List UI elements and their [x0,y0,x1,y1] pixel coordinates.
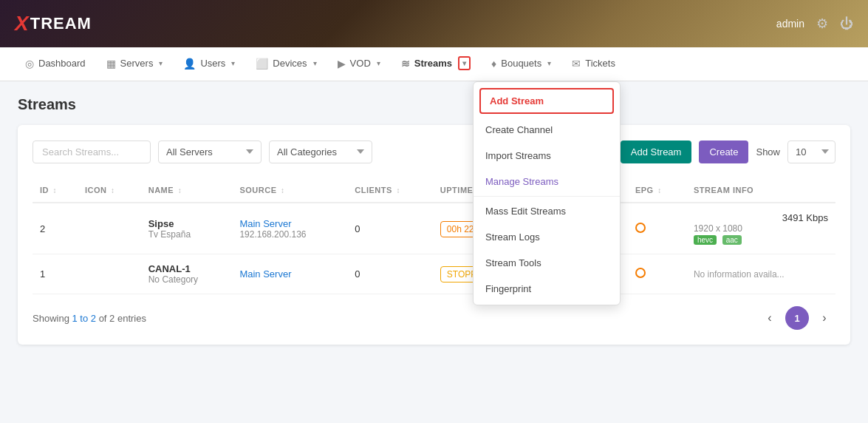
sidebar-item-devices[interactable]: ⬜ Devices ▾ [245,47,327,81]
power-icon[interactable]: ⏻ [840,16,853,32]
stream-kbps: 3491 Kbps [694,212,828,223]
col-clients[interactable]: CLIENTS ↕ [347,178,433,203]
showing-range: 1 to 2 [72,313,96,324]
dropdown-item-add-stream[interactable]: Add Stream [479,88,614,114]
table-row: 2 Sipse Tv España Main Server 192.168.20… [33,203,835,254]
nav-label-bouquets: Bouquets [501,58,541,69]
toolbar: All Servers All Categories 🔍 Auto-Refres… [33,140,835,163]
no-info-text: No information availa... [694,269,785,280]
col-name[interactable]: NAME ↕ [141,178,233,203]
dropdown-item-stream-logs[interactable]: Stream Logs [474,224,620,250]
search-input[interactable] [33,141,151,163]
source-link[interactable]: Main Server [239,268,340,280]
servers-select[interactable]: All Servers [158,141,262,163]
table-row: 1 CANAL-1 No Category Main Server 0 STOP… [33,254,835,294]
streams-card: All Servers All Categories 🔍 Auto-Refres… [18,125,850,345]
dashboard-icon: ◎ [25,58,34,70]
vod-icon: ▶ [338,58,346,70]
sidebar-item-vod[interactable]: ▶ VOD ▾ [327,47,391,81]
stream-codecs: hevc aac [694,234,828,245]
gear-icon[interactable]: ⚙ [816,16,828,32]
dropdown-divider [474,196,620,197]
chevron-down-icon: ▾ [159,59,163,67]
source-ip: 192.168.200.136 [239,229,340,240]
main-content: Streams All Servers All Categories 🔍 Aut… [0,81,868,359]
stream-resolution: 1920 x 1080 [694,223,828,234]
users-icon: 👤 [183,58,196,70]
pagination: ‹ 1 › [759,306,835,330]
cell-id: 2 [33,203,78,254]
streams-icon: ≋ [401,58,410,70]
col-epg[interactable]: EPG ↕ [628,178,686,203]
admin-label: admin [776,18,804,30]
next-page-button[interactable]: › [813,307,835,329]
chevron-down-icon: ▾ [547,59,551,67]
cell-epg [628,254,686,294]
streams-chevron-icon[interactable]: ▾ [458,56,471,70]
chevron-down-icon: ▾ [313,59,317,67]
showing-text: Showing 1 to 2 of 2 entries [33,313,146,324]
cell-icon [78,254,141,294]
stream-name: CANAL-1 [148,263,225,274]
cell-epg [628,203,686,254]
stream-name: Sipse [148,218,225,229]
logo-tream: TREAM [30,14,92,33]
nav-label-streams: Streams [414,58,452,69]
cell-source: Main Server 192.168.200.136 [232,203,347,254]
chevron-down-icon: ▾ [377,59,380,67]
cell-source: Main Server [232,254,347,294]
prev-page-button[interactable]: ‹ [759,307,781,329]
streams-table: ID ↕ ICON ↕ NAME ↕ SOURCE ↕ CLIENTS ↕ UP… [33,178,835,294]
header-right: admin ⚙ ⏻ [776,16,853,32]
col-icon[interactable]: ICON ↕ [78,178,141,203]
sidebar-item-users[interactable]: 👤 Users ▾ [173,47,245,81]
epg-status-dot [635,268,646,278]
cell-icon [78,203,141,254]
cell-clients: 0 [347,203,433,254]
create-button[interactable]: Create [699,141,748,163]
show-count-select[interactable]: 10 25 50 100 [787,141,835,163]
sidebar-item-tickets[interactable]: ✉ Tickets [561,47,626,81]
show-label: Show [756,146,780,158]
codec-audio-badge: aac [722,235,742,245]
col-id[interactable]: ID ↕ [33,178,78,203]
dropdown-item-mass-edit[interactable]: Mass Edit Streams [474,198,620,224]
chevron-down-icon: ▾ [231,59,235,67]
categories-select[interactable]: All Categories [269,141,372,163]
current-page-number[interactable]: 1 [785,306,809,330]
epg-status-dot [635,223,646,233]
stream-sub: Tv España [148,229,225,240]
cell-name: CANAL-1 No Category [141,254,233,294]
devices-icon: ⬜ [256,58,268,70]
sidebar-item-dashboard[interactable]: ◎ Dashboard [15,47,96,81]
streams-dropdown-menu: Add Stream Create Channel Import Streams… [473,81,621,305]
nav-label-vod: VOD [350,58,371,69]
nav-label-devices: Devices [273,58,307,69]
codec-video-badge: hevc [694,235,717,245]
header: X TREAM admin ⚙ ⏻ [0,0,868,47]
sidebar-item-bouquets[interactable]: ♦ Bouquets ▾ [481,47,561,81]
tickets-icon: ✉ [572,58,581,70]
dropdown-item-manage-streams[interactable]: Manage Streams [474,169,620,194]
nav-label-users: Users [200,58,225,69]
table-header-row: ID ↕ ICON ↕ NAME ↕ SOURCE ↕ CLIENTS ↕ UP… [33,178,835,203]
sidebar-item-streams[interactable]: ≋ Streams ▾ [391,47,481,81]
dropdown-item-create-channel[interactable]: Create Channel [474,117,620,143]
nav-label-servers: Servers [120,58,154,69]
servers-icon: ▦ [106,58,116,70]
dropdown-item-import-streams[interactable]: Import Streams [474,143,620,169]
bouquets-icon: ♦ [491,58,496,70]
logo: X TREAM [15,12,92,35]
dropdown-item-fingerprint[interactable]: Fingerprint [474,276,620,302]
col-source[interactable]: SOURCE ↕ [232,178,347,203]
nav-label-dashboard: Dashboard [38,58,86,69]
sidebar-item-servers[interactable]: ▦ Servers ▾ [96,47,174,81]
col-stream-info: STREAM INFO [686,178,835,203]
add-stream-button[interactable]: Add Stream [621,141,692,163]
dropdown-item-stream-tools[interactable]: Stream Tools [474,250,620,276]
source-link[interactable]: Main Server [239,218,340,229]
cell-name: Sipse Tv España [141,203,233,254]
nav: ◎ Dashboard ▦ Servers ▾ 👤 Users ▾ ⬜ Devi… [0,47,868,81]
logo-x: X [15,12,29,35]
streams-table-wrap: ID ↕ ICON ↕ NAME ↕ SOURCE ↕ CLIENTS ↕ UP… [33,178,835,294]
